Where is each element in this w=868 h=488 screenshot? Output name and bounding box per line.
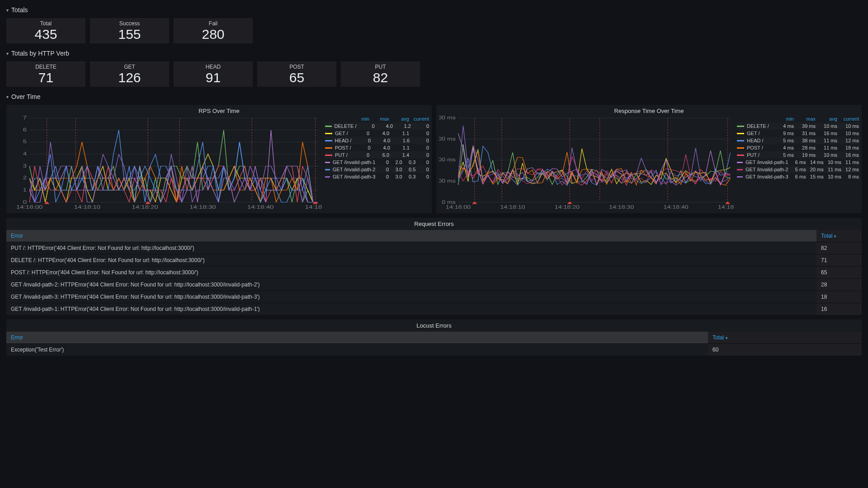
byverb-row: DELETE 71 GET 126 HEAD 91 POST 65 PUT 82 — [6, 61, 862, 87]
svg-text:5: 5 — [23, 139, 27, 145]
svg-text:6: 6 — [23, 127, 27, 132]
cell-error: GET /invalid-path-3: HTTPError('404 Clie… — [6, 291, 816, 303]
col-total[interactable]: Total▼ — [708, 332, 862, 344]
cell-total: 16 — [816, 303, 862, 315]
legend-row[interactable]: GET /9 ms31 ms16 ms10 ms — [737, 130, 859, 137]
svg-text:20.000 ms: 20.000 ms — [439, 157, 456, 163]
cell-total: 18 — [816, 291, 862, 303]
table-row[interactable]: DELETE /: HTTPError('404 Client Error: N… — [6, 254, 862, 267]
table-row[interactable]: GET /invalid-path-3: HTTPError('404 Clie… — [6, 291, 862, 303]
legend-row[interactable]: PUT /5 ms19 ms10 ms16 ms — [737, 151, 859, 159]
stat-value: 280 — [202, 27, 224, 42]
cell-error: Exception('Test Error') — [6, 344, 708, 356]
cell-error: GET /invalid-path-1: HTTPError('404 Clie… — [6, 303, 816, 315]
svg-text:14:18:20: 14:18:20 — [132, 204, 158, 210]
svg-text:3: 3 — [23, 163, 27, 169]
table-row[interactable]: PUT /: HTTPError('404 Client Error: Not … — [6, 242, 862, 254]
chevron-down-icon: ▾ — [6, 51, 9, 56]
legend-row[interactable]: POST /04.01.10 — [325, 144, 429, 151]
chevron-down-icon: ▾ — [6, 94, 9, 99]
svg-text:0 ms: 0 ms — [442, 199, 456, 205]
svg-text:14:18:40: 14:18:40 — [664, 205, 689, 210]
cell-total: 28 — [816, 279, 862, 291]
stat-delete[interactable]: DELETE 71 — [6, 61, 85, 87]
table-row[interactable]: GET /invalid-path-1: HTTPError('404 Clie… — [6, 303, 862, 315]
table-row[interactable]: Exception('Test Error')60 — [6, 344, 862, 356]
totals-row: Total 435 Success 155 Fail 280 — [6, 18, 862, 43]
cell-error: GET /invalid-path-2: HTTPError('404 Clie… — [6, 279, 816, 291]
stat-label: PUT — [375, 64, 386, 70]
svg-text:2: 2 — [23, 175, 27, 181]
plot-area-rt[interactable]: 0 ms10.000 ms20.000 ms30.000 ms40.000 ms… — [439, 115, 734, 211]
section-header-byverb[interactable]: ▾ Totals by HTTP Verb — [6, 48, 862, 59]
legend-row[interactable]: GET /invalid-path-36 ms15 ms10 ms8 ms — [737, 173, 859, 180]
stat-get[interactable]: GET 126 — [90, 61, 169, 87]
svg-text:7: 7 — [23, 115, 27, 121]
svg-text:40.000 ms: 40.000 ms — [439, 115, 456, 121]
stat-post[interactable]: POST 65 — [257, 61, 336, 87]
col-error[interactable]: Error — [6, 332, 708, 344]
stat-success[interactable]: Success 155 — [90, 18, 169, 43]
panel-request-errors: Request Errors Error Total▼ PUT /: HTTPE… — [6, 218, 862, 315]
stat-put[interactable]: PUT 82 — [341, 61, 420, 87]
legend-row[interactable]: GET /invalid-path-25 ms20 ms11 ms12 ms — [737, 166, 859, 173]
legend-row[interactable]: GET /invalid-path-16 ms14 ms10 ms11 ms — [737, 159, 859, 166]
cell-total: 65 — [816, 267, 862, 279]
section-header-totals[interactable]: ▾ Totals — [6, 5, 862, 15]
stat-head[interactable]: HEAD 91 — [174, 61, 253, 87]
legend-row[interactable]: POST /4 ms28 ms11 ms18 ms — [737, 144, 859, 151]
stat-total[interactable]: Total 435 — [6, 18, 85, 43]
stat-label: POST — [289, 64, 304, 70]
col-total[interactable]: Total▼ — [816, 230, 862, 242]
panel-title: Locust Errors — [6, 319, 862, 332]
table-request-errors: Error Total▼ PUT /: HTTPError('404 Clien… — [6, 230, 862, 315]
svg-text:14:18:10: 14:18:10 — [500, 205, 525, 210]
svg-text:14:18:00: 14:18:00 — [16, 204, 43, 210]
chart-legend-rt: minmaxavgcurrentDELETE /4 ms39 ms10 ms10… — [737, 115, 859, 211]
legend-row[interactable]: DELETE /04.01.20 — [325, 122, 429, 130]
stat-label: Total — [40, 20, 52, 27]
table-row[interactable]: POST /: HTTPError('404 Client Error: Not… — [6, 267, 862, 279]
stat-value: 91 — [206, 70, 221, 85]
legend-row[interactable]: GET /04.01.10 — [325, 130, 429, 137]
stat-value: 155 — [118, 27, 141, 42]
svg-text:14:18:30: 14:18:30 — [609, 205, 634, 210]
stat-label: Fail — [209, 20, 217, 27]
chart-title: RPS Over Time — [6, 105, 432, 115]
svg-text:14:18:20: 14:18:20 — [555, 205, 580, 210]
legend-row[interactable]: HEAD /04.01.60 — [325, 137, 429, 144]
chart-rt[interactable]: Response Time Over Time 0 ms10.000 ms20.… — [436, 105, 862, 213]
col-error[interactable]: Error — [6, 230, 816, 242]
svg-text:4: 4 — [23, 151, 27, 157]
stat-fail[interactable]: Fail 280 — [174, 18, 253, 43]
section-header-overtime[interactable]: ▾ Over Time — [6, 91, 862, 102]
cell-error: PUT /: HTTPError('404 Client Error: Not … — [6, 242, 816, 254]
stat-value: 126 — [118, 70, 141, 85]
svg-text:14:18:50: 14:18:50 — [305, 204, 322, 210]
sort-desc-icon: ▼ — [725, 336, 728, 340]
legend-row[interactable]: GET /invalid-path-102.00.30 — [325, 159, 429, 166]
stat-label: Success — [119, 20, 140, 27]
legend-row[interactable]: GET /invalid-path-303.00.30 — [325, 173, 429, 180]
svg-text:14:18:00: 14:18:00 — [446, 205, 471, 210]
chevron-down-icon: ▾ — [6, 8, 9, 13]
section-title: Totals by HTTP Verb — [11, 50, 69, 57]
legend-row[interactable]: GET /invalid-path-203.00.50 — [325, 166, 429, 173]
svg-text:14:18:50: 14:18:50 — [718, 205, 734, 210]
legend-row[interactable]: HEAD /5 ms38 ms11 ms12 ms — [737, 137, 859, 144]
sort-desc-icon: ▼ — [833, 235, 837, 239]
plot-area-rps[interactable]: 0123456714:18:0014:18:1014:18:2014:18:30… — [9, 115, 322, 211]
svg-text:14:18:40: 14:18:40 — [247, 204, 274, 210]
legend-row[interactable]: DELETE /4 ms39 ms10 ms10 ms — [737, 122, 859, 130]
svg-text:14:18:30: 14:18:30 — [189, 204, 216, 210]
stat-value: 65 — [289, 70, 304, 85]
cell-error: POST /: HTTPError('404 Client Error: Not… — [6, 267, 816, 279]
chart-title: Response Time Over Time — [436, 105, 862, 115]
cell-total: 82 — [816, 242, 862, 254]
legend-row[interactable]: PUT /06.01.40 — [325, 151, 429, 159]
panel-title: Request Errors — [6, 218, 862, 230]
table-row[interactable]: GET /invalid-path-2: HTTPError('404 Clie… — [6, 279, 862, 291]
chart-rps[interactable]: RPS Over Time 0123456714:18:0014:18:1014… — [6, 105, 432, 213]
stat-label: GET — [124, 64, 135, 70]
stat-label: DELETE — [35, 64, 57, 70]
